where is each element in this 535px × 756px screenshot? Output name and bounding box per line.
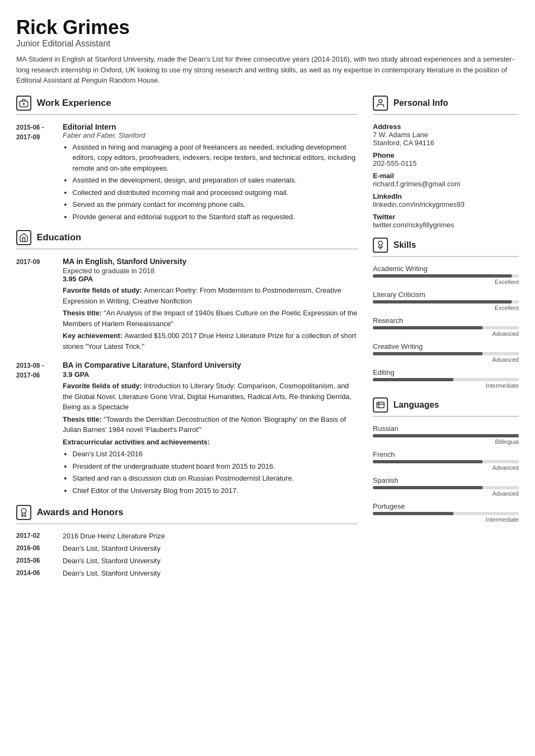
svg-point-4	[379, 99, 382, 103]
languages-title: Languages	[393, 400, 439, 410]
candidate-subtitle: Junior Editorial Assistant	[16, 39, 519, 49]
award-entry: 2014-06Dean's List, Stanford University	[16, 569, 358, 577]
edu-gpa: 3.95 GPA	[63, 275, 358, 283]
languages-section: Languages RussianBillingualFrenchAdvance…	[373, 397, 519, 523]
skill-name: Research	[373, 316, 519, 325]
language-bar-fill	[373, 512, 453, 515]
awards-section: Awards and Honors 2017-022016 Drue Heinz…	[16, 505, 358, 577]
skill-level-label: Excellent	[373, 279, 519, 285]
main-layout: Work Experience 2015-06 - 2017-09Editori…	[16, 96, 519, 582]
skills-header: Skills	[373, 238, 519, 257]
education-entry: 2017-09MA in English, Stanford Universit…	[16, 257, 358, 353]
edu-bullet-item: President of the undergraduate student b…	[72, 461, 358, 472]
skill-bar-fill	[373, 300, 512, 303]
work-date: 2015-06 - 2017-09	[16, 123, 55, 224]
awards-title: Awards and Honors	[37, 507, 123, 518]
language-bar-fill	[373, 460, 483, 463]
language-entry: FrenchAdvanced	[373, 450, 519, 471]
work-bullet-item: Assisted in hiring and managing a pool o…	[72, 142, 358, 174]
award-description: Dean's List, Stanford University	[63, 557, 358, 565]
work-job-title: Editorial Intern	[63, 123, 358, 131]
work-entry: 2015-06 - 2017-09Editorial InternFaber a…	[16, 123, 358, 224]
edu-bullet-item: Dean's List 2014-2016	[72, 449, 358, 460]
skill-level-label: Excellent	[373, 305, 519, 311]
work-experience-header: Work Experience	[16, 96, 358, 115]
skill-entries: Academic WritingExcellentLiterary Critic…	[373, 265, 519, 389]
languages-icon	[373, 397, 388, 413]
skill-name: Literary Criticism	[373, 291, 519, 299]
education-title: Education	[37, 232, 81, 243]
svg-rect-5	[377, 402, 384, 408]
info-value: 202-555-0115	[373, 159, 519, 167]
info-value: linkedin.com/in/rickygrimes93	[373, 200, 519, 208]
award-entry: 2017-022016 Drue Heinz Literature Prize	[16, 532, 358, 540]
skills-section: Skills Academic WritingExcellentLiterary…	[373, 238, 519, 389]
language-bar-background	[373, 512, 519, 515]
education-section: Education 2017-09MA in English, Stanford…	[16, 230, 358, 497]
skills-icon	[373, 238, 388, 253]
language-level-label: Advanced	[373, 490, 519, 497]
awards-icon	[16, 505, 31, 520]
resume-header: Rick Grimes Junior Editorial Assistant M…	[16, 16, 519, 86]
work-experience-title: Work Experience	[37, 98, 111, 109]
edu-date: 2013-08 - 2017-06	[16, 361, 55, 497]
left-column: Work Experience 2015-06 - 2017-09Editori…	[16, 96, 358, 582]
skill-bar-fill	[373, 378, 453, 381]
skill-bar-fill	[373, 274, 512, 278]
info-label: Address	[373, 123, 519, 131]
language-entry: SpanishAdvanced	[373, 476, 519, 497]
skill-bar-background	[373, 352, 519, 355]
work-bullet-item: Provide general and editorial support to…	[72, 212, 358, 222]
candidate-name: Rick Grimes	[16, 16, 519, 39]
edu-achievement: Key achievement: Awarded $15,000 2017 Dr…	[63, 330, 358, 352]
personal-info-item: E-mailrichard.f.grimes@gmail.com	[373, 172, 519, 188]
skill-bar-background	[373, 378, 519, 381]
skill-level-label: Intermediate	[373, 382, 519, 389]
language-level-label: Intermediate	[373, 516, 519, 523]
work-bullet-item: Collected and distributed incoming mail …	[72, 187, 358, 198]
language-name: Spanish	[373, 476, 519, 484]
edu-gpa: 3.9 GPA	[63, 370, 358, 379]
award-description: Dean's List, Stanford University	[63, 569, 358, 577]
work-bullet-item: Assisted in the development, design, and…	[72, 175, 358, 186]
personal-info-icon	[373, 96, 388, 111]
edu-expected: Expected to graduate in 2018	[63, 267, 358, 275]
skill-bar-fill	[373, 326, 483, 329]
language-bar-fill	[373, 486, 483, 489]
work-body: Editorial InternFaber and Faber, Stanfor…	[63, 123, 358, 224]
skill-name: Academic Writing	[373, 265, 519, 273]
info-label: LinkedIn	[373, 192, 519, 200]
edu-date: 2017-09	[16, 257, 55, 353]
language-bar-background	[373, 460, 519, 463]
language-entry: RussianBillingual	[373, 424, 519, 445]
language-bar-fill	[373, 434, 519, 437]
skill-level-label: Advanced	[373, 356, 519, 363]
language-entries: RussianBillingualFrenchAdvancedSpanishAd…	[373, 424, 519, 523]
edu-body: MA in English, Stanford UniversityExpect…	[63, 257, 358, 353]
info-label: Twitter	[373, 213, 519, 221]
personal-info-item: Phone202-555-0115	[373, 151, 519, 167]
education-entries: 2017-09MA in English, Stanford Universit…	[16, 257, 358, 497]
language-name: Russian	[373, 424, 519, 433]
award-entries: 2017-022016 Drue Heinz Literature Prize2…	[16, 532, 358, 577]
education-header: Education	[16, 230, 358, 249]
info-value: twitter.com/rickyfillygrimes	[373, 221, 519, 229]
award-entry: 2015-06Dean's List, Stanford University	[16, 557, 358, 565]
award-date: 2014-06	[16, 569, 55, 577]
language-bar-background	[373, 434, 519, 437]
skill-bar-background	[373, 300, 519, 303]
personal-info-item: Twittertwitter.com/rickyfillygrimes	[373, 213, 519, 229]
work-bullets: Assisted in hiring and managing a pool o…	[63, 142, 358, 222]
award-date: 2016-06	[16, 544, 55, 552]
work-bullet-item: Served as the primary contact for incomi…	[72, 199, 358, 210]
edu-degree-title: MA in English, Stanford University	[63, 257, 358, 266]
personal-info-section: Personal Info Address7 W. Adams Lane Sta…	[373, 96, 519, 229]
skill-bar-background	[373, 274, 519, 278]
language-name: French	[373, 450, 519, 458]
edu-favorite-fields: Favorite fields of study: Introduction t…	[63, 381, 358, 413]
personal-info-item: Address7 W. Adams Lane Stanford, CA 9411…	[373, 123, 519, 147]
award-description: Dean's List, Stanford University	[63, 544, 358, 552]
edu-thesis: Thesis title: "Towards the Derridian Dec…	[63, 414, 358, 435]
edu-bullets: Dean's List 2014-2016President of the un…	[63, 449, 358, 496]
edu-thesis: Thesis title: "An Analysis of the Impact…	[63, 308, 358, 329]
